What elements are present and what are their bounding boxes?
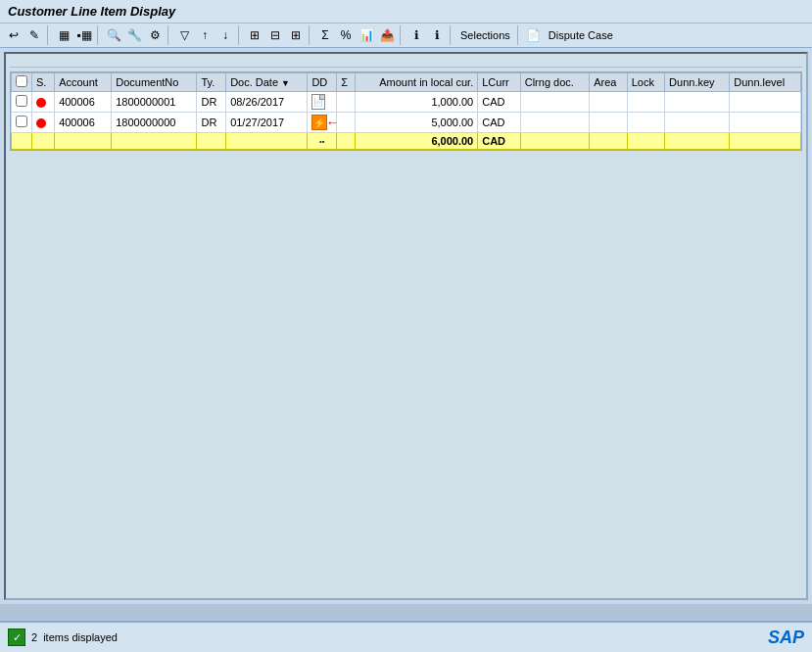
export-btn[interactable]: 📤: [377, 25, 397, 45]
find-btn[interactable]: 🔍: [104, 25, 123, 45]
row2-doc-date: 01/27/2017: [226, 113, 308, 133]
total-status: [32, 133, 55, 150]
sort-asc-btn[interactable]: ↑: [195, 25, 215, 45]
toolbar-separator-8: [517, 25, 521, 45]
doc-date-sort-icon: ▼: [281, 78, 290, 88]
selections-label[interactable]: Selections: [456, 29, 514, 41]
row2-clrng-doc: [520, 113, 589, 133]
total-dunn-key: [665, 133, 730, 150]
toolbar: ↩ ✎ ▦ ▪▦ 🔍 🔧 ⚙ ▽ ↑ ↓ ⊞ ⊟ ⊞ Σ % 📊 📤 ℹ ℹ S…: [0, 23, 812, 48]
col-header-documentno[interactable]: DocumentNo: [112, 73, 197, 92]
col-header-checkbox: [12, 73, 32, 92]
row2-ty: DR: [197, 113, 226, 133]
row1-account: 400006: [55, 92, 112, 113]
row1-lock: [627, 92, 664, 113]
info2-btn[interactable]: ℹ: [427, 25, 447, 45]
grid4-btn[interactable]: ⊟: [265, 25, 285, 45]
row2-account: 400006: [55, 113, 112, 133]
row1-sigma: [337, 92, 356, 113]
status-left: ✓ 2 items displayed: [8, 629, 118, 646]
total-ty: [197, 133, 226, 150]
sort-desc-btn[interactable]: ↓: [215, 25, 235, 45]
page-title: Customer Line Item Display: [8, 4, 175, 19]
col-header-lcurr: LCurr: [478, 73, 521, 92]
row2-checkbox[interactable]: [16, 116, 27, 127]
doc-icon-btn[interactable]: 📄: [524, 25, 544, 45]
line-items-table: S. Account DocumentNo Ty. Doc. Date ▼ DD…: [11, 72, 801, 150]
row1-dd[interactable]: 📄: [308, 92, 337, 113]
grid1-btn[interactable]: ▦: [54, 25, 73, 45]
total-dunn-level: [730, 133, 801, 150]
configure-btn[interactable]: ⚙: [145, 25, 165, 45]
total-clrng-doc: [520, 133, 589, 150]
total-amount: 6,000.00: [356, 133, 478, 150]
status-check-icon: ✓: [8, 629, 25, 646]
total-sel: [12, 133, 32, 150]
row2-lock: [627, 113, 664, 133]
status-bar: ✓ 2 items displayed SAP: [0, 621, 812, 652]
select-all-checkbox[interactable]: [16, 75, 27, 87]
percent-btn[interactable]: %: [336, 25, 356, 45]
table-row: 400006 1800000001 DR 08/26/2017 📄: [12, 92, 801, 113]
row1-dunn-key: [665, 92, 730, 113]
info1-btn[interactable]: ℹ: [406, 25, 426, 45]
chart-btn[interactable]: 📊: [357, 25, 376, 45]
grid5-btn[interactable]: ⊞: [286, 25, 306, 45]
row1-dunn-level: [730, 92, 801, 113]
title-bar: Customer Line Item Display: [0, 0, 812, 23]
red-arrow-annotation: ←: [325, 115, 339, 130]
row2-dunn-key: [665, 113, 730, 133]
row1-checkbox-cell: [12, 92, 32, 113]
total-area: [590, 133, 627, 150]
row2-status-icon: [36, 118, 46, 128]
col-header-lock: Lock: [627, 73, 664, 92]
col-header-account[interactable]: Account: [55, 73, 112, 92]
grid3-btn[interactable]: ⊞: [245, 25, 264, 45]
row1-amount: 1,000.00: [356, 92, 478, 113]
save-btn[interactable]: 🔧: [124, 25, 144, 45]
grid2-btn[interactable]: ▪▦: [74, 25, 94, 45]
table-container: S. Account DocumentNo Ty. Doc. Date ▼ DD…: [10, 71, 802, 151]
col-header-area: Area: [590, 73, 627, 92]
col-header-dunn-key: Dunn.key: [665, 73, 730, 92]
row1-checkbox[interactable]: [16, 95, 27, 107]
content-panel: S. Account DocumentNo Ty. Doc. Date ▼ DD…: [4, 52, 808, 600]
toolbar-separator-1: [47, 25, 51, 45]
row1-doc-date: 08/26/2017: [226, 92, 308, 113]
sum-btn[interactable]: Σ: [315, 25, 335, 45]
total-row: •• 6,000.00 CAD: [12, 133, 801, 150]
row1-ty: DR: [197, 92, 226, 113]
row1-status: [32, 92, 55, 113]
dispute-case-label[interactable]: Dispute Case: [545, 29, 617, 41]
total-account: [55, 133, 112, 150]
total-lock: [627, 133, 664, 150]
row2-amount: 5,000.00: [356, 113, 478, 133]
col-header-dunn-level: Dunn.level: [730, 73, 801, 92]
col-header-ty: Ty.: [197, 73, 226, 92]
row2-sigma: [337, 113, 356, 133]
items-count: 2: [31, 631, 37, 643]
col-header-clrng-doc: Clrng doc.: [520, 73, 589, 92]
col-header-doc-date[interactable]: Doc. Date ▼: [226, 73, 308, 92]
table-row: 400006 1800000000 DR 01/27/2017 ⚡ ← 5,00…: [12, 113, 801, 133]
back-btn[interactable]: ↩: [4, 25, 24, 45]
sap-logo: SAP: [768, 628, 804, 648]
row1-lcurr: CAD: [478, 92, 521, 113]
toolbar-separator-6: [400, 25, 404, 45]
row1-clrng-doc: [520, 92, 589, 113]
top-spacer: [10, 58, 802, 68]
main-content: S. Account DocumentNo Ty. Doc. Date ▼ DD…: [0, 48, 812, 604]
edit-btn[interactable]: ✎: [24, 25, 44, 45]
total-lcurr: CAD: [478, 133, 521, 150]
toolbar-separator-7: [450, 25, 454, 45]
col-header-dd: DD: [308, 73, 337, 92]
items-label: items displayed: [43, 631, 118, 643]
row2-dd[interactable]: ⚡ ←: [308, 113, 337, 133]
toolbar-separator-4: [238, 25, 242, 45]
filter-btn[interactable]: ▽: [174, 25, 194, 45]
toolbar-separator-2: [97, 25, 101, 45]
total-sigma: [337, 133, 356, 150]
row1-documentno: 1800000001: [112, 92, 197, 113]
col-header-amount[interactable]: Amount in local cur.: [356, 73, 478, 92]
row2-status: [32, 113, 55, 133]
